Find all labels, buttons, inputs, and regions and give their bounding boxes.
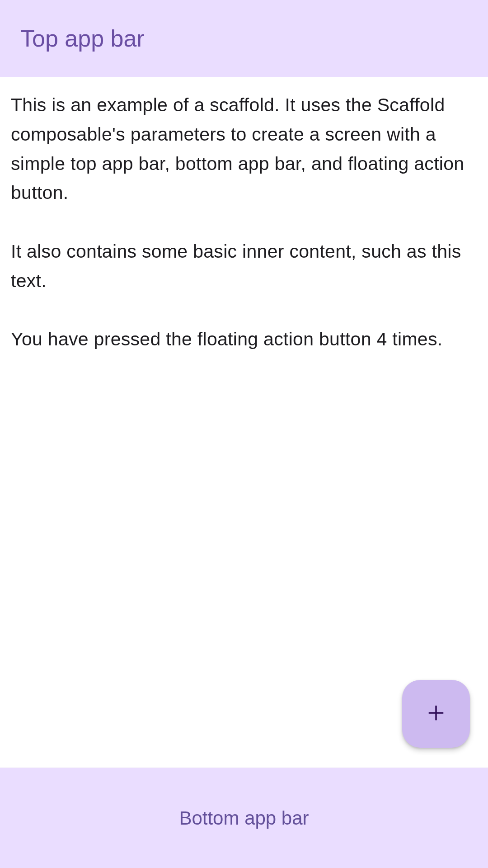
top-app-bar-title: Top app bar bbox=[20, 25, 145, 52]
bottom-app-bar: Bottom app bar bbox=[0, 768, 488, 868]
bottom-app-bar-text: Bottom app bar bbox=[179, 807, 309, 829]
floating-action-button[interactable] bbox=[402, 680, 470, 748]
content-text: This is an example of a scaffold. It use… bbox=[11, 90, 477, 354]
add-icon bbox=[424, 701, 448, 726]
top-app-bar: Top app bar bbox=[0, 0, 488, 77]
main-content: This is an example of a scaffold. It use… bbox=[0, 77, 488, 768]
